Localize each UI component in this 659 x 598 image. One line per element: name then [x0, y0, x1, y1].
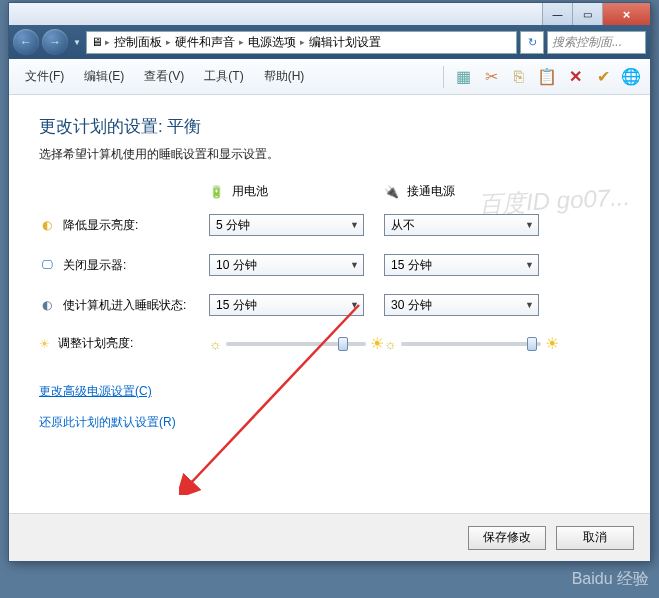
- menu-file[interactable]: 文件(F): [17, 64, 72, 89]
- cut-icon[interactable]: ✂: [480, 66, 502, 88]
- ac-label: 接通电源: [407, 183, 455, 200]
- separator-icon: ▸: [239, 37, 244, 47]
- sun-dim-icon: ☼: [384, 336, 397, 352]
- separator-icon: ▸: [300, 37, 305, 47]
- menu-bar: 文件(F) 编辑(E) 查看(V) 工具(T) 帮助(H) ▦ ✂ ⎘ 📋 ✕ …: [9, 59, 650, 95]
- search-input[interactable]: 搜索控制面...: [547, 31, 646, 54]
- delete-icon[interactable]: ✕: [564, 66, 586, 88]
- nav-history-dropdown[interactable]: ▼: [71, 32, 83, 52]
- plug-icon: 🔌: [384, 185, 399, 199]
- links-section: 更改高级电源设置(C) 还原此计划的默认设置(R): [39, 383, 630, 431]
- cancel-button[interactable]: 取消: [556, 526, 634, 550]
- titlebar: — ▭ ×: [9, 3, 650, 25]
- setting-row: 🖵关闭显示器: 10 分钟 15 分钟: [39, 254, 630, 276]
- monitor-icon: 🖵: [39, 257, 55, 273]
- brightness-row: ☀调整计划亮度: ☼ ☀ ☼ ☀: [39, 334, 630, 353]
- brightness-ac-slider[interactable]: ☼ ☀: [384, 334, 559, 353]
- close-button[interactable]: ×: [602, 3, 650, 25]
- window: — ▭ × ← → ▼ 🖥 ▸ 控制面板 ▸ 硬件和声音 ▸ 电源选项 ▸ 编辑…: [8, 2, 651, 562]
- setting-label: 降低显示亮度:: [63, 217, 138, 234]
- restore-defaults-link[interactable]: 还原此计划的默认设置(R): [39, 414, 630, 431]
- globe-icon[interactable]: 🌐: [620, 66, 642, 88]
- paste-icon[interactable]: 📋: [536, 66, 558, 88]
- battery-column-header: 🔋 用电池: [209, 183, 384, 200]
- setting-label: 关闭显示器:: [63, 257, 126, 274]
- menu-help[interactable]: 帮助(H): [256, 64, 313, 89]
- brightness-battery-slider[interactable]: ☼ ☀: [209, 334, 384, 353]
- sun-bright-icon: ☀: [545, 334, 559, 353]
- display-off-ac-combo[interactable]: 15 分钟: [384, 254, 539, 276]
- refresh-button[interactable]: ↻: [520, 31, 544, 54]
- save-button[interactable]: 保存修改: [468, 526, 546, 550]
- sleep-battery-combo[interactable]: 15 分钟: [209, 294, 364, 316]
- breadcrumb-item[interactable]: 控制面板: [112, 34, 164, 51]
- dim-battery-combo[interactable]: 5 分钟: [209, 214, 364, 236]
- sun-dim-icon: ☼: [209, 336, 222, 352]
- separator-icon: ▸: [166, 37, 171, 47]
- breadcrumb-item[interactable]: 硬件和声音: [173, 34, 237, 51]
- dim-ac-combo[interactable]: 从不: [384, 214, 539, 236]
- forward-button[interactable]: →: [42, 29, 68, 55]
- page-subtitle: 选择希望计算机使用的睡眠设置和显示设置。: [39, 146, 630, 163]
- menu-tools[interactable]: 工具(T): [196, 64, 251, 89]
- dim-icon: ◐: [39, 217, 55, 233]
- sun-bright-icon: ☀: [370, 334, 384, 353]
- minimize-button[interactable]: —: [542, 3, 572, 25]
- advanced-settings-link[interactable]: 更改高级电源设置(C): [39, 383, 630, 400]
- setting-label: 使计算机进入睡眠状态:: [63, 297, 186, 314]
- breadcrumb-item[interactable]: 电源选项: [246, 34, 298, 51]
- content-area: 百度ID go07... 更改计划的设置: 平衡 选择希望计算机使用的睡眠设置和…: [9, 95, 650, 513]
- brightness-icon: ☀: [39, 337, 50, 351]
- baidu-watermark: Baidu 经验: [572, 569, 649, 590]
- toolbar: ▦ ✂ ⎘ 📋 ✕ ✔ 🌐: [443, 66, 642, 88]
- nav-bar: ← → ▼ 🖥 ▸ 控制面板 ▸ 硬件和声音 ▸ 电源选项 ▸ 编辑计划设置 ↻…: [9, 25, 650, 59]
- sleep-ac-combo[interactable]: 30 分钟: [384, 294, 539, 316]
- column-headers: 🔋 用电池 🔌 接通电源: [39, 183, 630, 200]
- copy-icon[interactable]: ⎘: [508, 66, 530, 88]
- setting-row: ◐使计算机进入睡眠状态: 15 分钟 30 分钟: [39, 294, 630, 316]
- menu-view[interactable]: 查看(V): [136, 64, 192, 89]
- battery-icon: 🔋: [209, 185, 224, 199]
- maximize-button[interactable]: ▭: [572, 3, 602, 25]
- separator-icon: ▸: [105, 37, 110, 47]
- breadcrumb-item[interactable]: 编辑计划设置: [307, 34, 383, 51]
- display-off-battery-combo[interactable]: 10 分钟: [209, 254, 364, 276]
- battery-label: 用电池: [232, 183, 268, 200]
- address-bar[interactable]: 🖥 ▸ 控制面板 ▸ 硬件和声音 ▸ 电源选项 ▸ 编辑计划设置: [86, 31, 517, 54]
- sleep-icon: ◐: [39, 297, 55, 313]
- tool-icon[interactable]: ▦: [452, 66, 474, 88]
- menu-edit[interactable]: 编辑(E): [76, 64, 132, 89]
- check-icon[interactable]: ✔: [592, 66, 614, 88]
- footer: 保存修改 取消: [9, 513, 650, 561]
- brightness-label: 调整计划亮度:: [58, 335, 133, 352]
- control-panel-icon: 🖥: [91, 35, 103, 49]
- ac-column-header: 🔌 接通电源: [384, 183, 559, 200]
- page-title: 更改计划的设置: 平衡: [39, 115, 630, 138]
- setting-row: ◐降低显示亮度: 5 分钟 从不: [39, 214, 630, 236]
- back-button[interactable]: ←: [13, 29, 39, 55]
